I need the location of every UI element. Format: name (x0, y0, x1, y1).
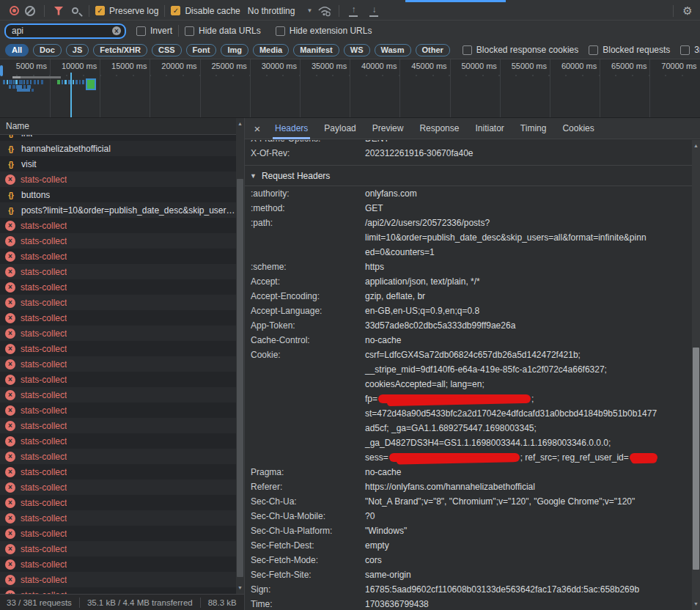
clear-button[interactable] (22, 3, 38, 19)
chip-manifest[interactable]: Manifest (293, 44, 339, 56)
hide-extension-urls-checkbox[interactable]: Hide extension URLs (276, 26, 372, 36)
tab-payload[interactable]: Payload (316, 118, 364, 139)
request-row[interactable]: × stats-collect (0, 295, 244, 310)
chip-img[interactable]: Img (221, 44, 248, 56)
tab-preview[interactable]: Preview (364, 118, 412, 139)
chip-doc[interactable]: Doc (33, 44, 62, 56)
header-value-text: _ga_D4827DS3H4=GS1.1.1698003344.1.1.1698… (365, 438, 611, 448)
tab-timing[interactable]: Timing (512, 118, 555, 139)
request-row[interactable]: {} buttons (0, 187, 244, 202)
request-row[interactable]: × stats-collect (0, 372, 244, 387)
timeline-minor-tick (548, 75, 550, 76)
tab-headers[interactable]: Headers (267, 118, 316, 139)
filter-button[interactable] (51, 3, 67, 19)
request-row[interactable]: × stats-collect (0, 418, 244, 433)
export-har-button[interactable]: ↓ (366, 3, 382, 19)
chip-js[interactable]: JS (66, 44, 89, 56)
hide-data-urls-checkbox[interactable]: Hide data URLs (185, 26, 261, 36)
request-row[interactable]: × stats-collect (0, 356, 244, 372)
chip-css[interactable]: CSS (152, 44, 182, 56)
scrollbar-thumb[interactable] (237, 179, 243, 577)
request-row[interactable]: × stats-collect (0, 433, 244, 449)
request-row[interactable]: × stats-collect (0, 403, 244, 418)
preserve-log-checkbox[interactable]: ✓ Preserve log (95, 6, 158, 16)
request-row[interactable]: × stats-collect (0, 556, 244, 572)
timeline-tick-label: 55000 ms (501, 62, 547, 70)
header-value-line: sess=; ref_src=; reg_ref_user_id= (365, 450, 692, 465)
request-row[interactable]: {} init (0, 135, 244, 141)
header-value: DENY (365, 140, 692, 146)
header-value-text: GET (365, 203, 383, 213)
request-row[interactable]: × stats-collect (0, 449, 244, 464)
tab-response[interactable]: Response (411, 118, 467, 139)
header-value-line: st=472d48a90d5433bfc2a2d17042e4dfdcafd31… (365, 406, 692, 421)
disable-cache-checkbox[interactable]: ✓ Disable cache (171, 6, 240, 16)
chip-media[interactable]: Media (253, 44, 289, 56)
request-row[interactable]: {} visit (0, 156, 244, 172)
invert-checkbox[interactable]: Invert (136, 26, 172, 36)
scroll-up-icon[interactable]: ▲ (692, 142, 700, 150)
scroll-down-icon[interactable]: ▼ (692, 600, 700, 609)
header-value-text: 33d57ade8c02dbc5a333db99ff9ae26a (365, 320, 515, 331)
requests-scrollbar[interactable]: ▲ ▼ (236, 118, 244, 594)
request-row[interactable]: × stats-collect (0, 510, 244, 526)
name-column-header[interactable]: Name (0, 118, 244, 135)
request-row[interactable]: × stats-collect (0, 495, 244, 510)
request-name: stats-collect (21, 282, 67, 293)
request-row[interactable]: {} posts?limit=10&order=publish_date_des… (0, 202, 244, 218)
record-button[interactable] (6, 3, 22, 19)
request-row[interactable]: × stats-collect (0, 218, 244, 233)
request-row[interactable]: × stats-collect (0, 541, 244, 556)
request-row[interactable]: × stats-collect (0, 326, 244, 341)
chip-other[interactable]: Other (416, 44, 450, 56)
details-scrollbar[interactable]: ▲ ▼ (692, 140, 700, 610)
header-name: Cache-Control: (245, 333, 365, 348)
request-row[interactable]: × stats-collect (0, 264, 244, 279)
header-value-text: en-GB,en-US;q=0.9,en;q=0.8 (365, 306, 479, 316)
timeline-gridline (399, 59, 400, 117)
3rd-party-requests-checkbox[interactable]: 3rd-party requests (680, 45, 700, 55)
request-row[interactable]: × stats-collect (0, 572, 244, 587)
search-button[interactable] (67, 3, 83, 19)
import-har-button[interactable]: ↑ (345, 3, 361, 19)
chip-all[interactable]: All (5, 44, 29, 56)
timeline-minor-tick (399, 75, 400, 76)
request-row[interactable]: × stats-collect (0, 279, 244, 295)
timeline-overview[interactable]: 5000 ms10000 ms15000 ms20000 ms25000 ms3… (0, 59, 700, 118)
chip-font[interactable]: Font (186, 44, 217, 56)
request-row[interactable]: × stats-collect (0, 233, 244, 249)
request-row[interactable]: × stats-collect (0, 249, 244, 264)
filter-input[interactable]: api × (4, 23, 126, 39)
tab-initiator[interactable]: Initiator (467, 118, 512, 139)
scrollbar-thumb[interactable] (693, 348, 699, 570)
chip-wasm[interactable]: Wasm (375, 44, 411, 56)
blocked-response-cookies-checkbox[interactable]: Blocked response cookies (463, 45, 578, 55)
request-row[interactable]: × stats-collect (0, 387, 244, 403)
timeline-tick-label: 70000 ms (652, 62, 697, 70)
request-row[interactable]: × stats-collect (0, 587, 244, 594)
request-row[interactable]: × stats-collect (0, 172, 244, 187)
request-row[interactable]: × stats-collect (0, 479, 244, 495)
throttling-dropdown[interactable]: No throttling ▼ (248, 6, 313, 16)
settings-button[interactable]: ⚙ (679, 3, 696, 19)
header-value-line: /api2/v2/users/20572336/posts? (365, 216, 692, 230)
request-row[interactable]: × stats-collect (0, 341, 244, 356)
scroll-up-icon[interactable]: ▲ (236, 120, 244, 128)
error-icon: × (5, 421, 15, 431)
network-conditions-button[interactable] (317, 3, 333, 19)
request-row[interactable]: {} hannahelizabethofficial (0, 141, 244, 156)
request-row[interactable]: × stats-collect (0, 526, 244, 541)
close-details-icon[interactable]: × (248, 122, 267, 135)
chip-fetch-xhr[interactable]: Fetch/XHR (93, 44, 147, 56)
waterfall-bar (7, 80, 8, 84)
blocked-requests-checkbox[interactable]: Blocked requests (589, 45, 670, 55)
tab-cookies[interactable]: Cookies (554, 118, 602, 139)
timeline-minor-tick (199, 75, 201, 76)
request-headers-section[interactable]: ▼ Request Headers (245, 165, 692, 186)
scroll-down-icon[interactable]: ▼ (236, 584, 244, 592)
details-tab-bar: × HeadersPayloadPreviewResponseInitiator… (245, 118, 700, 139)
chip-ws[interactable]: WS (344, 44, 370, 56)
request-row[interactable]: × stats-collect (0, 464, 244, 479)
clear-filter-icon[interactable]: × (112, 26, 121, 35)
request-row[interactable]: × stats-collect (0, 310, 244, 326)
